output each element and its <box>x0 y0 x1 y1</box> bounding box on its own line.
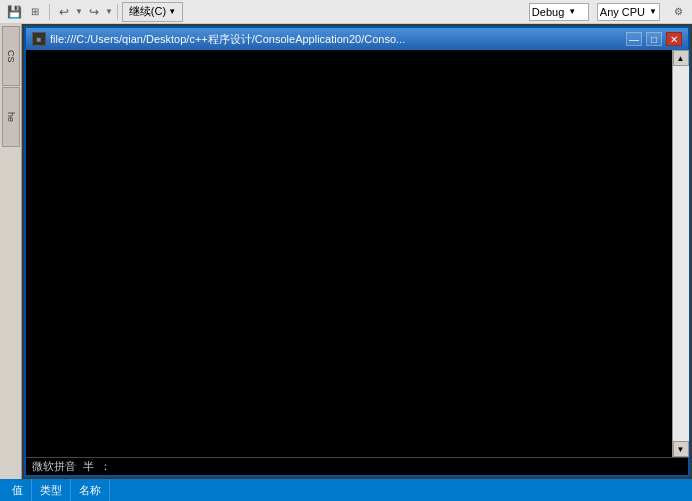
console-body <box>26 50 672 457</box>
scroll-down-arrow: ▼ <box>677 445 685 454</box>
maximize-button[interactable]: □ <box>646 32 662 46</box>
status-type-label: 类型 <box>40 483 62 498</box>
redo-icon-btn[interactable]: ↪ <box>84 2 104 22</box>
toolbar-undo-group: ↩ ▼ ↪ ▼ <box>54 2 113 22</box>
sep1 <box>49 4 50 20</box>
misc-icon-btn[interactable]: ⚙ <box>668 2 688 22</box>
sidebar-tab-he-label: he <box>6 112 16 122</box>
console-statusbar: 微软拼音 半 ： <box>26 457 688 475</box>
debug-label: Debug <box>532 6 564 18</box>
status-type: 类型 <box>32 479 71 501</box>
main-toolbar: 💾 ⊞ ↩ ▼ ↪ ▼ 继续(C) ▼ Debug ▼ Any CPU ▼ ⚙ <box>0 0 692 24</box>
close-button[interactable]: ✕ <box>666 32 682 46</box>
sep2 <box>117 4 118 20</box>
cpu-arrow: ▼ <box>649 7 657 16</box>
misc-icon: ⚙ <box>674 6 683 17</box>
console-status-text: 微软拼音 半 ： <box>32 459 111 474</box>
console-content-area: ▲ ▼ <box>26 50 688 457</box>
continue-arrow: ▼ <box>168 7 176 16</box>
save-icon: 💾 <box>7 5 22 19</box>
scroll-up-arrow: ▲ <box>677 54 685 63</box>
cpu-combo[interactable]: Any CPU ▼ <box>597 3 660 21</box>
bottom-statusbar: 值 类型 名称 <box>0 479 692 501</box>
console-icon-glyph: ■ <box>37 35 42 44</box>
close-icon: ✕ <box>670 34 678 45</box>
toolbar-file-group: 💾 ⊞ <box>4 2 45 22</box>
console-container: ■ file:///C:/Users/qian/Desktop/c++程序设计/… <box>22 24 692 479</box>
scrollbar-track <box>673 66 689 441</box>
console-scrollbar[interactable]: ▲ ▼ <box>672 50 688 457</box>
status-name-label: 名称 <box>79 483 101 498</box>
status-value: 值 <box>4 479 32 501</box>
left-sidebar: CS he <box>0 24 22 479</box>
redo-arrow: ▼ <box>105 7 113 16</box>
sidebar-tab-he[interactable]: he <box>2 87 20 147</box>
debug-arrow: ▼ <box>568 7 576 16</box>
scrollbar-down-btn[interactable]: ▼ <box>673 441 689 457</box>
console-titlebar: ■ file:///C:/Users/qian/Desktop/c++程序设计/… <box>26 28 688 50</box>
continue-label: 继续(C) <box>129 4 166 19</box>
sidebar-tab-cs[interactable]: CS <box>2 26 20 86</box>
undo-icon-btn[interactable]: ↩ <box>54 2 74 22</box>
scrollbar-up-btn[interactable]: ▲ <box>673 50 689 66</box>
main-area: CS he ■ file:///C:/Users/qian/Desktop/c+… <box>0 24 692 479</box>
save-icon-btn[interactable]: 💾 <box>4 2 24 22</box>
continue-button[interactable]: 继续(C) ▼ <box>122 2 183 22</box>
undo-icon: ↩ <box>59 5 69 19</box>
save-all-icon: ⊞ <box>31 6 39 17</box>
status-name: 名称 <box>71 479 110 501</box>
debug-combo[interactable]: Debug ▼ <box>529 3 589 21</box>
sidebar-tab-cs-label: CS <box>6 50 16 63</box>
console-window: ■ file:///C:/Users/qian/Desktop/c++程序设计/… <box>24 26 690 477</box>
console-title: file:///C:/Users/qian/Desktop/c++程序设计/Co… <box>50 32 622 47</box>
console-app-icon: ■ <box>32 32 46 46</box>
cpu-label: Any CPU <box>600 6 645 18</box>
status-value-label: 值 <box>12 483 23 498</box>
maximize-icon: □ <box>651 34 657 45</box>
minimize-button[interactable]: — <box>626 32 642 46</box>
undo-arrow: ▼ <box>75 7 83 16</box>
save-all-icon-btn[interactable]: ⊞ <box>25 2 45 22</box>
minimize-icon: — <box>629 34 639 45</box>
redo-icon: ↪ <box>89 5 99 19</box>
